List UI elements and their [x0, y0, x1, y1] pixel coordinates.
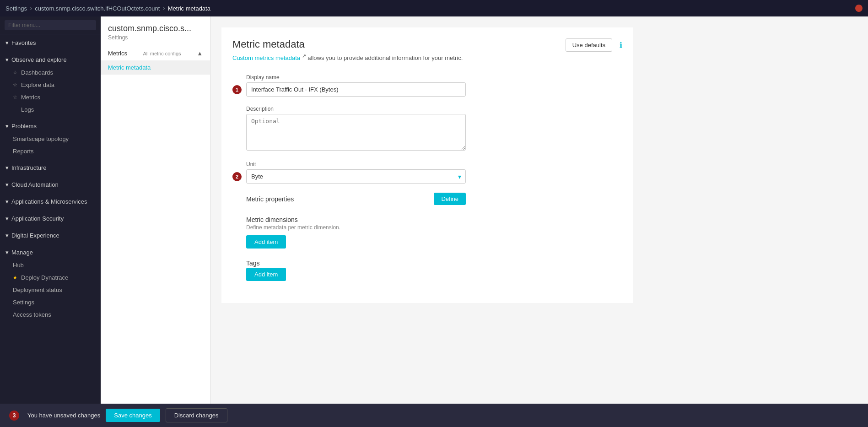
sidebar-item-deploy-dynatrace[interactable]: ★ Deploy Dynatrace	[0, 271, 101, 284]
favorites-label: Favorites	[11, 39, 36, 46]
add-tags-button[interactable]: Add item	[246, 268, 286, 281]
sidebar-item-label: Explore data	[21, 81, 54, 88]
top-bar-right	[855, 5, 863, 12]
breadcrumb-sep-2: ›	[162, 4, 165, 12]
metric-dimensions-title: Metric dimensions	[246, 216, 622, 223]
sidebar-item-label: Deploy Dynatrace	[21, 274, 68, 281]
sidebar-item-label: Metrics	[21, 94, 40, 101]
metric-properties-row: Metric properties Define	[246, 193, 466, 205]
metric-dimensions-subtitle: Define metadata per metric dimension.	[246, 224, 622, 231]
star-icon: ☆	[13, 94, 17, 100]
sidebar-filter-input[interactable]	[5, 20, 96, 30]
display-name-row: 1 Display name	[232, 74, 622, 97]
chevron-icon: ▾	[5, 232, 9, 239]
sidebar-section-appsec: ▾ Application Security	[0, 210, 101, 227]
discard-changes-button[interactable]: Discard changes	[166, 408, 227, 422]
apps-label: Applications & Microservices	[11, 198, 87, 205]
metrics-section-header[interactable]: Metrics All metric configs ▲	[101, 46, 210, 60]
unit-select-wrapper: Byte Bit KiloByte MegaByte GigaByte Coun…	[246, 169, 466, 184]
unit-content: Unit Byte Bit KiloByte MegaByte GigaByte…	[246, 161, 622, 184]
page-subtitle: Custom metrics metadata ↗ allows you to …	[232, 53, 463, 61]
metrics-section-label: Metrics	[108, 50, 127, 57]
sidebar-item-dashboards[interactable]: ☆ Dashboards	[0, 66, 101, 79]
sidebar-item-label: Hub	[13, 262, 24, 269]
sidebar-item-hub[interactable]: Hub	[0, 259, 101, 271]
star-icon: ☆	[13, 70, 17, 76]
left-panel-nav-metric-metadata[interactable]: Metric metadata	[101, 60, 210, 75]
sidebar-group-problems[interactable]: ▾ Problems	[0, 119, 101, 133]
sidebar-group-manage[interactable]: ▾ Manage	[0, 246, 101, 259]
add-dimension-button[interactable]: Add item	[246, 235, 286, 249]
main-content-inner: Metric metadata Custom metrics metadata …	[221, 27, 633, 303]
sidebar-group-cloud[interactable]: ▾ Cloud Automation	[0, 178, 101, 191]
sidebar-item-label: Access tokens	[13, 311, 51, 318]
sidebar-item-label: Reports	[13, 148, 34, 155]
chevron-icon: ▾	[5, 181, 9, 188]
description-group: Description	[246, 106, 622, 152]
sidebar-section-cloud: ▾ Cloud Automation	[0, 176, 101, 193]
metric-properties-label: Metric properties	[246, 195, 294, 203]
infrastructure-label: Infrastructure	[11, 164, 47, 171]
display-name-input[interactable]	[246, 82, 466, 97]
chevron-icon: ▾	[5, 164, 9, 171]
content-area: custom.snmp.cisco.s... Settings Metrics …	[101, 16, 868, 404]
unsaved-changes-text: You have unsaved changes	[27, 412, 100, 419]
define-button[interactable]: Define	[434, 193, 466, 205]
sidebar-group-apps[interactable]: ▾ Applications & Microservices	[0, 195, 101, 208]
sidebar-item-metrics[interactable]: ☆ Metrics	[0, 91, 101, 103]
top-bar: Settings › custom.snmp.cisco.switch.ifHC…	[0, 0, 868, 16]
breadcrumb-settings[interactable]: Settings	[5, 5, 27, 12]
left-panel-title: custom.snmp.cisco.s...	[108, 24, 203, 33]
use-defaults-button[interactable]: Use defaults	[566, 38, 612, 52]
sidebar-item-label: Logs	[21, 106, 34, 113]
sidebar: ▾ Favorites ▾ Observe and explore ☆ Dash…	[0, 16, 101, 404]
sidebar-item-smartscape[interactable]: Smartscape topology	[0, 133, 101, 145]
unit-row: 2 Unit Byte Bit KiloByte MegaByte GigaBy…	[232, 161, 622, 184]
breadcrumb-metric-metadata: Metric metadata	[168, 5, 210, 12]
sidebar-section-manage: ▾ Manage Hub ★ Deploy Dynatrace Deployme…	[0, 244, 101, 323]
sidebar-section-problems: ▾ Problems Smartscape topology Reports	[0, 118, 101, 159]
star-filled-icon: ★	[13, 275, 17, 281]
sidebar-item-reports[interactable]: Reports	[0, 145, 101, 157]
notification-dot	[855, 5, 863, 12]
breadcrumb: Settings › custom.snmp.cisco.switch.ifHC…	[5, 4, 210, 12]
breadcrumb-sep-1: ›	[30, 4, 32, 12]
page-title: Metric metadata	[232, 38, 463, 50]
sidebar-item-deployment-status[interactable]: Deployment status	[0, 284, 101, 296]
custom-metrics-link[interactable]: Custom metrics metadata	[232, 54, 300, 61]
collapse-icon: ▲	[197, 50, 203, 57]
left-panel: custom.snmp.cisco.s... Settings Metrics …	[101, 16, 210, 404]
sidebar-group-appsec[interactable]: ▾ Application Security	[0, 212, 101, 225]
chevron-icon: ▾	[5, 198, 9, 205]
description-label: Description	[246, 106, 622, 112]
metric-properties-block: Metric properties Define	[246, 193, 622, 205]
sidebar-group-infrastructure[interactable]: ▾ Infrastructure	[0, 161, 101, 174]
sidebar-item-label: Settings	[13, 299, 34, 306]
info-icon[interactable]: ℹ	[620, 41, 622, 49]
digital-label: Digital Experience	[11, 232, 59, 239]
sidebar-item-explore-data[interactable]: ☆ Explore data	[0, 79, 101, 91]
main-content: Metric metadata Custom metrics metadata …	[210, 16, 868, 404]
metric-dimensions-block: Metric dimensions Define metadata per me…	[246, 216, 622, 249]
chevron-down-icon: ▾	[5, 39, 9, 46]
breadcrumb-metric-key[interactable]: custom.snmp.cisco.switch.ifHCOutOctets.c…	[35, 5, 160, 12]
sidebar-section-favorites: ▾ Favorites	[0, 34, 101, 51]
star-icon: ☆	[13, 82, 17, 88]
chevron-down-icon: ▾	[5, 123, 9, 130]
save-changes-button[interactable]: Save changes	[106, 409, 160, 422]
metrics-section: Metrics All metric configs ▲ Metric meta…	[101, 43, 210, 78]
sidebar-item-label: Dashboards	[21, 69, 53, 76]
bottom-bar: 3 You have unsaved changes Save changes …	[0, 404, 868, 427]
sidebar-item-access-tokens[interactable]: Access tokens	[0, 308, 101, 321]
sidebar-group-digital[interactable]: ▾ Digital Experience	[0, 229, 101, 242]
sidebar-item-label: Deployment status	[13, 286, 62, 293]
sidebar-group-observe[interactable]: ▾ Observe and explore	[0, 53, 101, 66]
step-3-badge: 3	[9, 411, 19, 421]
unit-select[interactable]: Byte Bit KiloByte MegaByte GigaByte Coun…	[246, 169, 466, 184]
sidebar-item-logs[interactable]: ☆ Logs	[0, 103, 101, 116]
sidebar-group-favorites[interactable]: ▾ Favorites	[0, 36, 101, 49]
left-panel-subtitle: Settings	[108, 34, 203, 41]
chevron-down-icon: ▾	[5, 56, 9, 63]
description-textarea[interactable]	[246, 114, 466, 151]
sidebar-item-settings[interactable]: Settings	[0, 296, 101, 308]
